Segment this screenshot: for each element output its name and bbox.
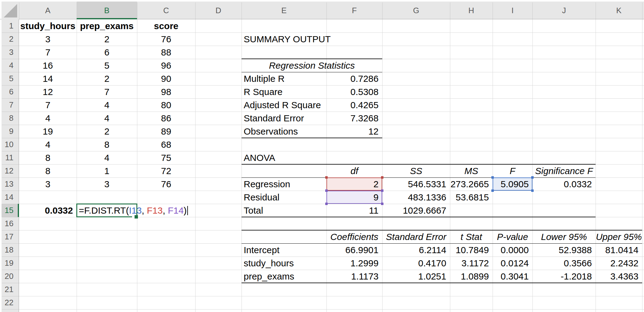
- cell-A1[interactable]: study_hours: [19, 19, 77, 32]
- cell-G13[interactable]: 546.5331: [382, 177, 450, 191]
- row-header-4[interactable]: 4: [0, 59, 17, 72]
- cell-H12[interactable]: MS: [450, 164, 493, 177]
- cell-G19[interactable]: 0.4170: [382, 257, 450, 270]
- cell-C2[interactable]: 76: [137, 32, 195, 46]
- cell-H14[interactable]: 53.6815: [450, 191, 493, 204]
- cell-C11[interactable]: 75: [137, 151, 195, 164]
- cell-F20[interactable]: 1.1173: [326, 270, 382, 283]
- row-header-11[interactable]: 11: [0, 151, 17, 164]
- cell-E19[interactable]: study_hours: [242, 257, 326, 270]
- cell-B11[interactable]: 4: [77, 151, 137, 164]
- cell-H18[interactable]: 10.7849: [450, 243, 493, 257]
- row-header-17[interactable]: 17: [0, 230, 17, 243]
- cell-F7[interactable]: 0.4265: [326, 98, 382, 112]
- cell-B10[interactable]: 8: [77, 138, 137, 151]
- column-header-J[interactable]: J: [532, 2, 596, 19]
- cell-I12[interactable]: F: [493, 164, 532, 177]
- cell-A9[interactable]: 19: [19, 125, 77, 138]
- column-header-G[interactable]: G: [382, 2, 450, 19]
- cell-B13[interactable]: 3: [77, 177, 137, 191]
- cell-B1[interactable]: prep_exams: [77, 19, 137, 32]
- cell-E8[interactable]: Standard Error: [242, 112, 326, 125]
- row-header-8[interactable]: 8: [0, 112, 17, 125]
- cell-B8[interactable]: 4: [77, 112, 137, 125]
- row-header-21[interactable]: 21: [0, 283, 17, 296]
- cell-B12[interactable]: 1: [77, 164, 137, 177]
- cell-I19[interactable]: 0.0124: [493, 257, 532, 270]
- cell-F6[interactable]: 0.5308: [326, 85, 382, 98]
- cell-F9[interactable]: 12: [326, 125, 382, 138]
- row-header-16[interactable]: 16: [0, 217, 17, 230]
- cell-J20[interactable]: -1.2018: [532, 270, 596, 283]
- cell-J18[interactable]: 52.9388: [532, 243, 596, 257]
- row-header-3[interactable]: 3: [0, 46, 17, 59]
- cell-J19[interactable]: 0.3566: [532, 257, 596, 270]
- cell-E20[interactable]: prep_exams: [242, 270, 326, 283]
- column-header-C[interactable]: C: [137, 2, 195, 19]
- cell-H20[interactable]: 1.0899: [450, 270, 493, 283]
- cell-I20[interactable]: 0.3041: [493, 270, 532, 283]
- row-header-19[interactable]: 19: [0, 257, 17, 270]
- cell-G20[interactable]: 1.0251: [382, 270, 450, 283]
- row-header-10[interactable]: 10: [0, 138, 17, 151]
- cell-F14[interactable]: 9: [326, 191, 382, 204]
- cell-C1[interactable]: score: [137, 19, 195, 32]
- cell-A12[interactable]: 8: [19, 164, 77, 177]
- cell-K19[interactable]: 2.2432: [596, 257, 642, 270]
- cell-F12[interactable]: df: [326, 164, 382, 177]
- column-header-F[interactable]: F: [326, 2, 382, 19]
- cell-C4[interactable]: 96: [137, 59, 195, 72]
- row-header-6[interactable]: 6: [0, 85, 17, 98]
- row-header-15[interactable]: 15: [0, 204, 17, 217]
- cell-E9[interactable]: Observations: [242, 125, 326, 138]
- cell-G15[interactable]: 1029.6667: [382, 204, 450, 217]
- row-header-22[interactable]: 22: [0, 296, 17, 309]
- cell-K20[interactable]: 3.4363: [596, 270, 642, 283]
- cell-C9[interactable]: 89: [137, 125, 195, 138]
- cell-C10[interactable]: 68: [137, 138, 195, 151]
- cell-E14[interactable]: Residual: [242, 191, 326, 204]
- cell-E4-merged[interactable]: Regression Statistics: [242, 59, 382, 72]
- cell-A8[interactable]: 4: [19, 112, 77, 125]
- row-header-14[interactable]: 14: [0, 191, 17, 204]
- row-header-20[interactable]: 20: [0, 270, 17, 283]
- cell-E15[interactable]: Total: [242, 204, 326, 217]
- cell-A11[interactable]: 8: [19, 151, 77, 164]
- column-header-A[interactable]: A: [19, 2, 77, 19]
- row-header-7[interactable]: 7: [0, 98, 17, 112]
- row-header-18[interactable]: 18: [0, 243, 17, 257]
- row-header-1[interactable]: 1: [0, 19, 17, 32]
- cell-G12[interactable]: SS: [382, 164, 450, 177]
- cell-I17[interactable]: P-value: [493, 230, 532, 243]
- formula-editor[interactable]: =F.DIST.RT(I13, F13, F14): [79, 204, 188, 217]
- cell-A2[interactable]: 3: [19, 32, 77, 46]
- cell-C7[interactable]: 80: [137, 98, 195, 112]
- cell-I18[interactable]: 0.0000: [493, 243, 532, 257]
- cell-B9[interactable]: 2: [77, 125, 137, 138]
- cell-A13[interactable]: 3: [19, 177, 77, 191]
- cell-F18[interactable]: 66.9901: [326, 243, 382, 257]
- column-header-I[interactable]: I: [493, 2, 532, 19]
- cell-F19[interactable]: 1.2999: [326, 257, 382, 270]
- cell-E13[interactable]: Regression: [242, 177, 326, 191]
- row-header-5[interactable]: 5: [0, 72, 17, 85]
- cell-B4[interactable]: 5: [77, 59, 137, 72]
- cell-A3[interactable]: 7: [19, 46, 77, 59]
- cell-G18[interactable]: 6.2114: [382, 243, 450, 257]
- column-header-B[interactable]: B: [77, 2, 137, 19]
- cell-E6[interactable]: R Square: [242, 85, 326, 98]
- cell-H17[interactable]: t Stat: [450, 230, 493, 243]
- cell-G17[interactable]: Standard Error: [382, 230, 450, 243]
- cell-E2[interactable]: SUMMARY OUTPUT: [242, 32, 382, 46]
- cell-E5[interactable]: Multiple R: [242, 72, 326, 85]
- cell-F8[interactable]: 7.3268: [326, 112, 382, 125]
- column-header-H[interactable]: H: [450, 2, 493, 19]
- cell-C5[interactable]: 90: [137, 72, 195, 85]
- cell-E11[interactable]: ANOVA: [242, 151, 326, 164]
- cell-A7[interactable]: 7: [19, 98, 77, 112]
- cell-A6[interactable]: 12: [19, 85, 77, 98]
- cell-E18[interactable]: Intercept: [242, 243, 326, 257]
- cell-H19[interactable]: 3.1172: [450, 257, 493, 270]
- cell-B7[interactable]: 4: [77, 98, 137, 112]
- cell-C3[interactable]: 88: [137, 46, 195, 59]
